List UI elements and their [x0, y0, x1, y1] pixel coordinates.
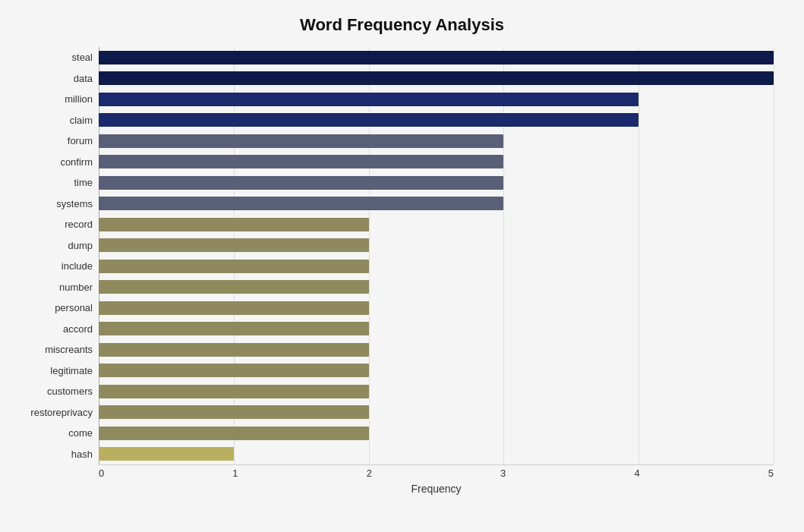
bar	[99, 301, 369, 315]
bar	[99, 427, 369, 440]
bar	[99, 218, 369, 231]
bar	[99, 238, 369, 252]
bar	[99, 405, 369, 419]
bar-label: personal	[55, 302, 93, 313]
bar-label: data	[74, 73, 93, 84]
bar-label: systems	[56, 198, 93, 209]
bar-row: data	[99, 70, 774, 87]
bar-label: million	[65, 93, 93, 105]
bar-label: customers	[47, 386, 93, 397]
bar-label: restoreprivacy	[30, 407, 93, 418]
x-tick: 3	[500, 467, 506, 479]
x-axis: 012345 Frequency	[99, 464, 774, 495]
bar-row: legitimate	[99, 362, 774, 379]
x-tick: 4	[634, 467, 639, 479]
bar-row: personal	[99, 300, 774, 316]
bar	[99, 260, 369, 273]
bar	[99, 176, 503, 190]
bar	[99, 343, 369, 357]
x-tick: 1	[232, 467, 238, 479]
bar	[99, 71, 774, 85]
bars-wrapper: stealdatamillionclaimforumconfirmtimesys…	[99, 47, 774, 464]
x-tick: 2	[367, 467, 372, 479]
bar	[99, 51, 774, 65]
bar-row: dump	[99, 237, 774, 253]
bar-label: steal	[72, 52, 93, 63]
bar-label: time	[74, 177, 93, 188]
chart-area: stealdatamillionclaimforumconfirmtimesys…	[99, 47, 774, 495]
bar-row: number	[99, 279, 774, 295]
bar-row: include	[99, 258, 774, 275]
bar-row: hash	[99, 445, 774, 462]
bar-label: forum	[68, 135, 93, 146]
bar-row: million	[99, 91, 774, 108]
bar-row: forum	[99, 133, 774, 150]
bar	[99, 385, 369, 398]
chart-title: Word Frequency Analysis	[30, 15, 774, 35]
bar-row: record	[99, 216, 774, 233]
bar-row: steal	[99, 49, 774, 66]
bar	[99, 280, 369, 294]
bar-row: confirm	[99, 153, 774, 170]
bar-row: time	[99, 175, 774, 191]
bar-label: miscreants	[45, 344, 93, 355]
chart-container: Word Frequency Analysis stealdatamillion…	[0, 0, 804, 532]
bar-label: hash	[71, 449, 93, 460]
bar-label: legitimate	[50, 365, 93, 376]
x-axis-line	[99, 464, 774, 465]
bar-row: systems	[99, 195, 774, 212]
bar-label: include	[61, 260, 93, 272]
bar	[99, 447, 234, 461]
bar	[99, 93, 638, 106]
bar-label: number	[59, 282, 93, 293]
bar-label: confirm	[60, 156, 93, 168]
bar-label: come	[68, 427, 93, 439]
grid-line	[774, 47, 774, 464]
bar-label: claim	[70, 115, 93, 126]
bar	[99, 134, 503, 148]
bar	[99, 197, 503, 210]
bar-row: claim	[99, 112, 774, 128]
bar	[99, 322, 369, 335]
bar-row: customers	[99, 383, 774, 400]
x-tick: 5	[768, 467, 774, 479]
bar-row: miscreants	[99, 342, 774, 358]
bar-label: accord	[63, 323, 93, 335]
bar-label: dump	[68, 240, 93, 251]
bar-row: restoreprivacy	[99, 404, 774, 420]
x-tick: 0	[99, 467, 104, 479]
bar-label: record	[65, 219, 93, 230]
x-ticks: 012345	[99, 467, 774, 479]
bar	[99, 113, 638, 127]
bar	[99, 155, 503, 168]
bar-row: accord	[99, 320, 774, 337]
bar	[99, 364, 369, 377]
x-axis-label: Frequency	[99, 483, 774, 495]
bar-row: come	[99, 425, 774, 442]
